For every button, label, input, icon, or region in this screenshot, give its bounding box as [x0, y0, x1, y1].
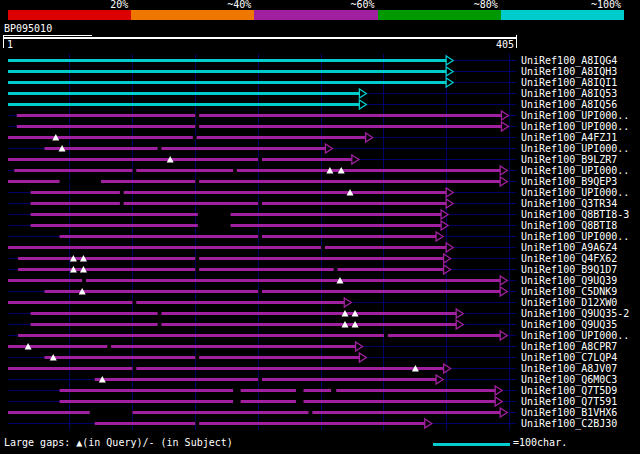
ruler-tick-end — [516, 35, 517, 48]
subject-gap-mark — [198, 213, 231, 216]
subject-gap-mark — [296, 389, 304, 392]
alignment-arrowhead-icon — [500, 331, 507, 340]
scale-label: 20% — [8, 0, 131, 10]
subject-gap-mark — [195, 422, 199, 425]
alignment-arrowhead-icon — [436, 375, 443, 384]
alignment-arrowhead-icon — [500, 166, 507, 175]
alignment-arrowhead-icon — [446, 188, 453, 197]
subject-gap-mark — [195, 356, 199, 359]
subject-gap-mark — [233, 169, 237, 172]
subject-gap-mark — [321, 246, 325, 249]
alignment-arrowhead-icon — [501, 111, 508, 120]
alignment-arrowhead-icon — [425, 419, 432, 428]
alignment-arrowhead-icon — [446, 243, 453, 252]
alignment-plot — [0, 54, 640, 434]
subject-gap-mark — [132, 301, 136, 304]
alignment-arrowhead-icon — [501, 122, 508, 131]
scale-label: ~60% — [254, 0, 377, 10]
subject-gap-mark — [158, 147, 162, 150]
scalebar-line — [433, 443, 510, 446]
scale-label: ~40% — [131, 0, 254, 10]
scalebar-label: =100char. — [513, 437, 567, 449]
query-ruler-line — [3, 37, 517, 39]
subject-gap-mark — [258, 290, 262, 293]
alignment-arrowhead-icon — [446, 67, 453, 76]
subject-gap-mark — [195, 257, 199, 260]
subject-gap-mark — [195, 125, 199, 128]
scale-segment — [8, 10, 131, 20]
alignment-arrowhead-icon — [495, 386, 502, 395]
subject-gap-mark — [90, 411, 133, 414]
scale-label: ~100% — [501, 0, 624, 10]
subject-gap-mark — [331, 389, 336, 392]
identity-scale-labels: 20%~40%~60%~80%~100% — [8, 0, 624, 10]
scale-label: ~80% — [378, 0, 501, 10]
blast-graphical-overview: 20%~40%~60%~80%~100% BP095010 1 405 UniR… — [0, 0, 640, 454]
subject-gap-mark — [296, 400, 304, 403]
alignment-arrowhead-icon — [500, 276, 507, 285]
subject-gap-mark — [132, 169, 136, 172]
subject-gap-mark — [195, 180, 199, 183]
alignment-arrowhead-icon — [446, 199, 453, 208]
subject-gap-mark — [158, 323, 162, 326]
scale-segment — [254, 10, 377, 20]
subject-gap-mark — [193, 136, 197, 139]
subject-gap-mark — [233, 389, 241, 392]
ruler-end-label: 405 — [478, 40, 514, 50]
alignment-arrowhead-icon — [446, 78, 453, 87]
alignment-arrowhead-icon — [456, 309, 463, 318]
subject-gap-mark — [158, 312, 162, 315]
subject-gap-mark — [132, 367, 136, 370]
alignment-arrowhead-icon — [456, 320, 463, 329]
subject-gap-mark — [82, 279, 86, 282]
alignment-arrowhead-icon — [359, 100, 366, 109]
subject-gap-mark — [233, 400, 241, 403]
alignment-arrowhead-icon — [500, 177, 507, 186]
ruler-start-label: 1 — [7, 40, 13, 50]
subject-gap-mark — [258, 378, 262, 381]
subject-gap-mark — [195, 268, 199, 271]
alignment-arrowhead-icon — [359, 353, 366, 362]
subject-gap-mark — [384, 334, 388, 337]
alignment-arrowhead-icon — [500, 408, 507, 417]
alignment-arrowhead-icon — [325, 144, 332, 153]
scale-segment — [501, 10, 624, 20]
subject-gap-mark — [334, 268, 338, 271]
identity-scale-bar — [8, 10, 624, 20]
subject-gap-mark — [195, 114, 199, 117]
subject-gap-mark — [120, 191, 124, 194]
subject-gap-mark — [60, 180, 101, 183]
subject-gap-mark — [258, 235, 262, 238]
large-gaps-legend: Large gaps: ▲(in Query)/- (in Subject) — [4, 437, 233, 449]
scale-segment — [131, 10, 254, 20]
subject-gap-mark — [309, 411, 313, 414]
alignment-arrowhead-icon — [446, 56, 453, 65]
alignment-arrowhead-icon — [500, 287, 507, 296]
subject-gap-mark — [258, 202, 262, 205]
query-name-link[interactable]: BP095010 — [4, 23, 92, 36]
subject-gap-mark — [198, 224, 231, 227]
alignment-arrowhead-icon — [366, 133, 373, 142]
alignment-arrowhead-icon — [495, 397, 502, 406]
ruler-tick-start — [3, 35, 4, 48]
subject-gap-mark — [258, 158, 262, 161]
scale-segment — [378, 10, 501, 20]
subject-gap-mark — [107, 345, 111, 348]
alignment-arrowhead-icon — [436, 232, 443, 241]
alignment-arrowhead-icon — [356, 342, 363, 351]
alignment-arrowhead-icon — [359, 89, 366, 98]
alignment-arrowhead-icon — [352, 155, 359, 164]
alignment-arrowhead-icon — [344, 298, 351, 307]
subject-gap-mark — [120, 202, 124, 205]
